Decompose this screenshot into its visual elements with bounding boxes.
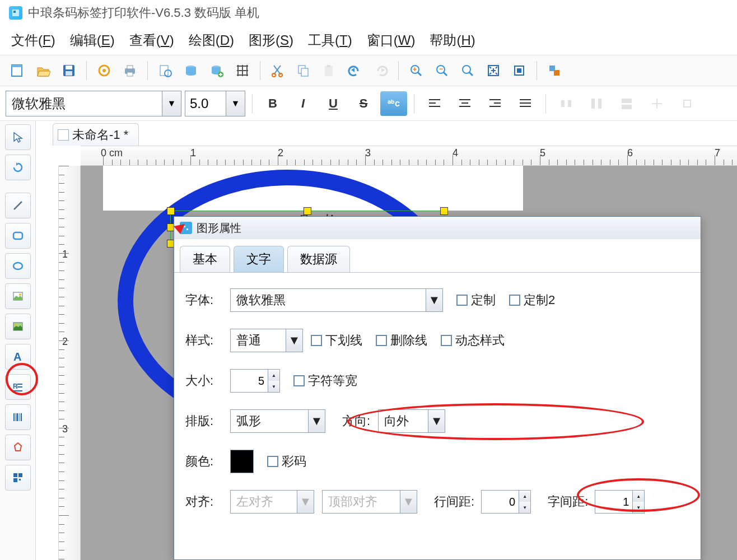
redo-button[interactable]: [369, 59, 393, 82]
dialog-title: 图形属性: [197, 221, 241, 236]
align-left-button[interactable]: [421, 91, 448, 116]
checkbox-strike[interactable]: 删除线: [376, 332, 427, 349]
barcode-tool[interactable]: [5, 404, 31, 430]
menu-bar: 文件(F) 编辑(E) 查看(V) 绘图(D) 图形(S) 工具(T) 窗口(W…: [0, 26, 737, 55]
menu-draw[interactable]: 绘图(D): [189, 31, 234, 49]
svg-rect-1: [13, 11, 16, 13]
dropdown-icon[interactable]: ▼: [428, 410, 445, 432]
font-size-select[interactable]: 5.0 ▼: [185, 91, 245, 116]
spin-down-icon[interactable]: ▼: [268, 381, 279, 392]
menu-help[interactable]: 帮助(H): [430, 31, 475, 49]
zoom-reset-button[interactable]: [456, 59, 479, 82]
distrib-4-button[interactable]: [643, 91, 670, 116]
font-family-select[interactable]: 微软雅黑 ▼: [6, 91, 181, 116]
fit-button[interactable]: [482, 59, 505, 82]
grid-button[interactable]: [231, 59, 254, 82]
preview-button[interactable]: [153, 59, 177, 82]
align-center-button[interactable]: [451, 91, 478, 116]
charspace-spinner[interactable]: ▲▼: [595, 490, 645, 514]
print-button[interactable]: [118, 59, 142, 82]
color-swatch[interactable]: [230, 450, 254, 473]
richtext-tool[interactable]: R: [5, 374, 31, 400]
cut-button[interactable]: [266, 59, 290, 82]
menu-shape[interactable]: 图形(S): [249, 31, 293, 49]
dropdown-icon[interactable]: ▼: [426, 289, 442, 311]
database-button[interactable]: [179, 59, 203, 82]
spin-down-icon[interactable]: ▼: [633, 502, 644, 513]
dropdown-icon[interactable]: ▼: [226, 91, 245, 116]
direction-combo[interactable]: 向外 ▼: [378, 409, 445, 433]
menu-tool[interactable]: 工具(T): [308, 31, 352, 49]
underline-button[interactable]: U: [320, 91, 347, 116]
dropdown-icon[interactable]: ▼: [308, 410, 325, 432]
menu-view[interactable]: 查看(V): [129, 31, 174, 49]
zoom-out-button[interactable]: −: [430, 59, 454, 82]
properties-dialog[interactable]: 图形属性 基本 文字 数据源 字体: 微软雅黑 ▼ 定制 定制2 样式: 普通 …: [174, 216, 701, 560]
ellipse-tool[interactable]: [5, 253, 31, 279]
checkbox-custom2[interactable]: 定制2: [509, 292, 555, 309]
line-tool[interactable]: [5, 193, 31, 218]
picture-tool[interactable]: [5, 314, 31, 339]
distrib-5-button[interactable]: [674, 91, 701, 116]
database-add-button[interactable]: [205, 59, 228, 82]
label-font: 字体:: [185, 292, 230, 309]
fullscreen-button[interactable]: [507, 59, 531, 82]
spin-up-icon[interactable]: ▲: [268, 370, 279, 381]
italic-button[interactable]: I: [290, 91, 316, 116]
distrib-2-button[interactable]: [583, 91, 610, 116]
select-tool[interactable]: [5, 124, 31, 150]
linespace-input[interactable]: [481, 490, 519, 514]
app-icon: [9, 6, 22, 20]
document-tab[interactable]: 未命名-1 *: [53, 123, 139, 146]
align-justify-button[interactable]: [512, 91, 539, 116]
undo-button[interactable]: [343, 59, 367, 82]
distrib-1-button[interactable]: [553, 91, 580, 116]
image-tool[interactable]: [5, 283, 31, 309]
settings-button[interactable]: [92, 59, 116, 82]
spin-up-icon[interactable]: ▲: [519, 491, 530, 502]
size-spinner[interactable]: ▲▼: [230, 369, 280, 393]
paste-button[interactable]: [318, 59, 341, 82]
text-effect-button[interactable]: ᵃᵇс: [380, 91, 407, 116]
zoom-in-button[interactable]: +: [404, 59, 428, 82]
layout-combo[interactable]: 弧形 ▼: [230, 409, 325, 433]
align-h-combo: 左对齐 ▼: [230, 490, 314, 514]
charspace-input[interactable]: [595, 490, 633, 514]
distrib-3-button[interactable]: [613, 91, 640, 116]
strike-button[interactable]: S: [350, 91, 377, 116]
new-button[interactable]: [6, 59, 29, 82]
style-combo[interactable]: 普通 ▼: [230, 329, 303, 352]
bold-button[interactable]: B: [259, 91, 286, 116]
save-button[interactable]: [57, 59, 81, 82]
tab-text[interactable]: 文字: [234, 246, 284, 272]
dialog-title-bar[interactable]: 图形属性: [174, 217, 701, 239]
menu-window[interactable]: 窗口(W): [367, 31, 416, 49]
menu-file[interactable]: 文件(F): [11, 31, 55, 49]
svg-point-24: [279, 73, 282, 77]
svg-text:+: +: [413, 66, 417, 73]
checkbox-dynamic[interactable]: 动态样式: [441, 332, 505, 349]
rotate-tool[interactable]: [5, 155, 31, 180]
dropdown-icon[interactable]: ▼: [286, 329, 302, 352]
rounded-rect-tool[interactable]: [5, 223, 31, 249]
dropdown-icon[interactable]: ▼: [162, 91, 181, 116]
copy-button[interactable]: [292, 59, 315, 82]
checkbox-custom1[interactable]: 定制: [456, 292, 496, 309]
checkbox-underline[interactable]: 下划线: [311, 332, 362, 349]
checkbox-colorcode[interactable]: 彩码: [267, 453, 306, 470]
text-tool[interactable]: A: [5, 344, 31, 370]
qrcode-tool[interactable]: [5, 465, 31, 491]
font-combo[interactable]: 微软雅黑 ▼: [230, 288, 443, 312]
group-button[interactable]: [543, 59, 566, 82]
align-right-button[interactable]: [482, 91, 509, 116]
size-input[interactable]: [230, 369, 268, 393]
spin-down-icon[interactable]: ▼: [519, 502, 530, 513]
spin-up-icon[interactable]: ▲: [633, 491, 644, 502]
open-button[interactable]: [31, 59, 55, 82]
checkbox-mono[interactable]: 字符等宽: [293, 372, 357, 389]
tab-basic[interactable]: 基本: [180, 246, 230, 272]
shape-tool[interactable]: [5, 435, 31, 460]
menu-edit[interactable]: 编辑(E): [70, 31, 115, 49]
linespace-spinner[interactable]: ▲▼: [481, 490, 531, 514]
tab-datasource[interactable]: 数据源: [287, 246, 350, 272]
